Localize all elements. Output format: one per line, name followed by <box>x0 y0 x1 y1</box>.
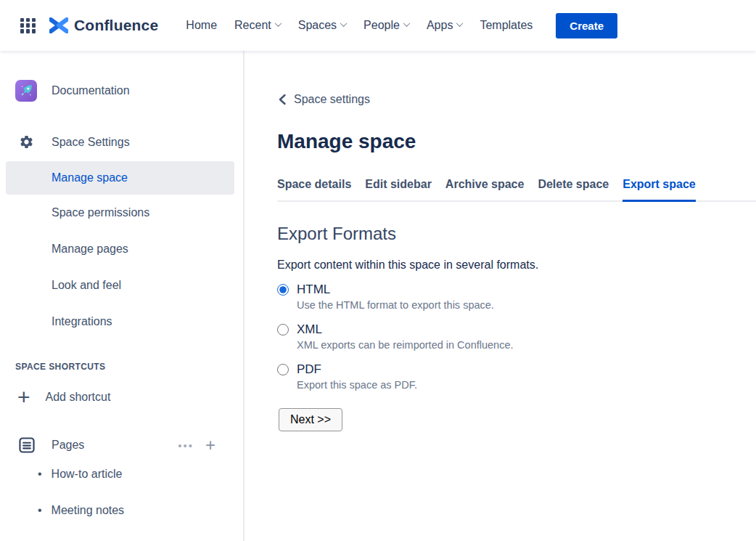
back-link-label: Space settings <box>294 93 370 106</box>
pdf-label[interactable]: PDF <box>297 362 321 377</box>
space-avatar-rocket-icon <box>15 80 37 102</box>
pages-actions: ••• + <box>178 438 215 452</box>
next-button[interactable]: Next >> <box>279 408 342 431</box>
nav-people-label: People <box>363 19 400 32</box>
format-option-html: HTML Use the HTML format to export this … <box>277 282 756 311</box>
nav-apps-label: Apps <box>427 19 453 32</box>
page-item-meeting-notes[interactable]: • Meeting notes <box>0 492 243 529</box>
add-shortcut-button[interactable]: + Add shortcut <box>0 386 243 408</box>
xml-description: XML exports can be reimported in Conflue… <box>297 339 756 351</box>
space-header[interactable]: Documentation <box>0 80 243 102</box>
nav-templates-label: Templates <box>480 19 533 32</box>
app-name: Confluence <box>74 17 158 34</box>
pdf-description: Export this space as PDF. <box>297 379 756 391</box>
confluence-logo-icon <box>49 17 68 33</box>
main-content: Space settings Manage space Space detail… <box>245 51 756 541</box>
create-button[interactable]: Create <box>556 13 617 38</box>
space-settings-label: Space Settings <box>52 136 130 149</box>
sidebar-item-pages[interactable]: Pages ••• + <box>0 434 243 456</box>
pages-label: Pages <box>52 439 84 452</box>
sidebar-item-manage-space[interactable]: Manage space <box>6 161 234 195</box>
sidebar-item-integrations[interactable]: Integrations <box>0 304 243 340</box>
sidebar-item-space-permissions[interactable]: Space permissions <box>0 195 243 231</box>
page-item-label: How-to article <box>52 468 123 481</box>
page-title: Manage space <box>277 130 756 153</box>
sidebar-item-look-and-feel[interactable]: Look and feel <box>0 267 243 304</box>
manage-space-tabs: Space details Edit sidebar Archive space… <box>277 178 756 202</box>
html-label[interactable]: HTML <box>297 282 330 297</box>
chevron-left-icon <box>277 94 287 105</box>
add-shortcut-label: Add shortcut <box>46 391 111 404</box>
nav-recent-label: Recent <box>234 19 271 32</box>
sidebar-item-space-settings[interactable]: Space Settings <box>0 134 243 150</box>
add-page-icon[interactable]: + <box>205 438 215 452</box>
space-sidebar: Documentation Space Settings Manage spac… <box>0 51 245 541</box>
xml-label[interactable]: XML <box>297 322 322 337</box>
chevron-down-icon <box>340 20 348 27</box>
tab-export-space[interactable]: Export space <box>623 178 695 202</box>
pdf-radio[interactable] <box>277 364 289 375</box>
nav-spaces-label: Spaces <box>298 19 337 32</box>
back-to-space-settings-link[interactable]: Space settings <box>277 93 370 106</box>
format-option-xml: XML XML exports can be reimported in Con… <box>277 322 756 351</box>
space-shortcuts-header: SPACE SHORTCUTS <box>15 362 243 372</box>
chevron-down-icon <box>456 20 464 27</box>
chevron-down-icon <box>274 20 282 27</box>
nav-home-label: Home <box>186 19 217 32</box>
sidebar-item-manage-pages[interactable]: Manage pages <box>0 231 243 267</box>
export-formats-heading: Export Formats <box>277 224 756 244</box>
page-item-label: Meeting notes <box>52 504 125 517</box>
more-options-icon[interactable]: ••• <box>178 439 194 452</box>
confluence-logo[interactable]: Confluence <box>49 17 158 34</box>
tab-edit-sidebar[interactable]: Edit sidebar <box>365 178 432 200</box>
tab-delete-space[interactable]: Delete space <box>538 178 609 200</box>
nav-spaces[interactable]: Spaces <box>298 15 346 36</box>
plus-icon: + <box>17 388 30 407</box>
nav-recent[interactable]: Recent <box>234 15 281 36</box>
bullet-icon: • <box>38 504 42 517</box>
nav-templates[interactable]: Templates <box>480 15 533 36</box>
export-formats-intro: Export content within this space in seve… <box>277 259 756 272</box>
nav-people[interactable]: People <box>363 15 409 36</box>
app-switcher-icon[interactable] <box>20 18 36 33</box>
top-navbar: Confluence Home Recent Spaces People App… <box>0 0 756 51</box>
html-radio[interactable] <box>277 284 289 296</box>
tab-space-details[interactable]: Space details <box>277 178 351 200</box>
html-description: Use the HTML format to export this space… <box>297 299 756 311</box>
format-option-pdf: PDF Export this space as PDF. <box>277 362 756 391</box>
bullet-icon: • <box>38 468 42 481</box>
nav-home[interactable]: Home <box>186 15 217 36</box>
primary-nav: Home Recent Spaces People Apps Templates <box>186 15 533 36</box>
xml-radio[interactable] <box>277 324 289 335</box>
page-item-how-to-article[interactable]: • How-to article <box>0 456 243 492</box>
nav-apps[interactable]: Apps <box>427 15 462 36</box>
tab-archive-space[interactable]: Archive space <box>445 178 525 200</box>
space-name: Documentation <box>52 84 130 97</box>
settings-nav-list: Manage space Space permissions Manage pa… <box>0 161 243 340</box>
pages-document-icon <box>17 436 36 455</box>
chevron-down-icon <box>403 20 410 27</box>
gear-icon <box>19 134 34 150</box>
